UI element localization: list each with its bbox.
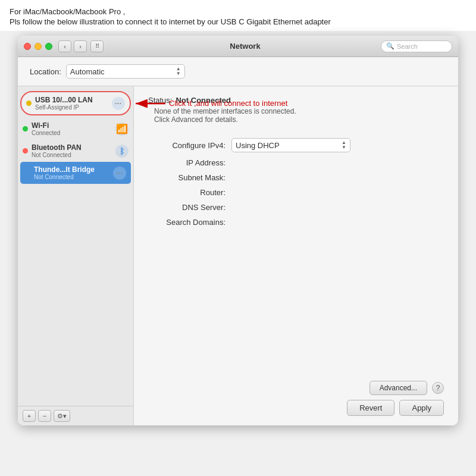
usb-item-info: USB 10/...00 LAN Self-Assigned IP (35, 96, 112, 111)
grid-button[interactable]: ⠿ (90, 40, 104, 52)
status-desc-1: None of the member interfaces is connect… (154, 107, 444, 115)
status-description: None of the member interfaces is connect… (154, 107, 444, 124)
dns-label: DNS Server: (148, 203, 226, 212)
router-label: Router: (148, 188, 226, 197)
wifi-symbol: 📶 (116, 123, 128, 134)
help-button[interactable]: ? (432, 382, 444, 394)
thunderbolt-item-status: Not Connected (34, 174, 113, 180)
router-row: Router: (148, 188, 444, 197)
search-box[interactable]: 🔍 Search (381, 40, 452, 52)
config-ipv4-value: Using DHCP (236, 141, 280, 150)
remove-button[interactable]: − (38, 410, 51, 422)
status-row: Status: Not Connected (148, 96, 444, 105)
main-content: Location: Automatic ▲ ▼ (18, 57, 458, 425)
location-label: Location: (30, 67, 61, 76)
action-row: Revert Apply (347, 400, 444, 416)
sidebar-item-usb-lan[interactable]: USB 10/...00 LAN Self-Assigned IP ••• (20, 91, 131, 115)
minimize-button[interactable] (35, 43, 42, 50)
config-section: Configure IPv4: Using DHCP ▲ ▼ IP Addres… (148, 138, 444, 233)
bluetooth-status-dot (23, 148, 28, 154)
network-window: ‹ › ⠿ Network 🔍 Search Location: Automat… (18, 36, 458, 425)
wifi-icon: 📶 (115, 123, 129, 136)
thunderbolt-item-info: Thunde...lt Bridge Not Connected (34, 165, 113, 180)
nav-buttons: ‹ › (58, 40, 87, 52)
bluetooth-item-status: Not Connected (32, 152, 115, 158)
wifi-item-name: Wi-Fi (32, 121, 115, 130)
dots-icon: ••• (115, 101, 121, 106)
status-value: Not Connected (176, 96, 230, 105)
search-placeholder: Search (397, 43, 418, 50)
search-icon: 🔍 (386, 42, 394, 50)
ip-label: IP Address: (148, 158, 226, 167)
search-domains-label: Search Domains: (148, 218, 226, 227)
revert-button[interactable]: Revert (347, 400, 394, 416)
sidebar-footer: + − ⚙▾ (18, 406, 133, 425)
usb-item-container: USB 10/...00 LAN Self-Assigned IP ••• (18, 91, 133, 115)
usb-item-name: USB 10/...00 LAN (35, 96, 112, 104)
sidebar-items: USB 10/...00 LAN Self-Assigned IP ••• (18, 86, 133, 406)
wifi-item-info: Wi-Fi Connected (32, 121, 115, 136)
title-bar: ‹ › ⠿ Network 🔍 Search (18, 36, 458, 57)
thunderbolt-icon: ••• (113, 167, 126, 180)
right-panel: Status: Not Connected None of the member… (134, 86, 458, 425)
sidebar-item-wifi[interactable]: Wi-Fi Connected 📶 (18, 118, 133, 140)
gear-button[interactable]: ⚙▾ (54, 410, 70, 422)
usb-status-dot (26, 101, 32, 106)
search-domains-row: Search Domains: (148, 218, 444, 227)
back-button[interactable]: ‹ (58, 40, 71, 52)
advanced-row: Advanced... ? (369, 381, 444, 395)
status-label: Status: (148, 96, 172, 105)
wifi-item-status: Connected (32, 130, 115, 136)
bt-symbol: ᛒ (120, 146, 124, 156)
thunderbolt-item-name: Thunde...lt Bridge (34, 165, 113, 174)
status-desc-2: Click Advanced for details. (154, 115, 444, 124)
bluetooth-icon: ᛒ (115, 145, 129, 158)
instruction-line2: Pls follow the below illustration to con… (10, 17, 466, 26)
subnet-mask-row: Subnet Mask: (148, 173, 444, 182)
instruction-area: For iMac/Macbook/Macbook Pro , Pls follo… (0, 0, 476, 31)
usb-item-status: Self-Assigned IP (35, 104, 112, 111)
apply-button[interactable]: Apply (399, 400, 444, 416)
wifi-status-dot (23, 126, 28, 131)
forward-button[interactable]: › (74, 40, 87, 52)
close-button[interactable] (24, 43, 31, 50)
instruction-line1: For iMac/Macbook/Macbook Pro , (10, 7, 466, 16)
location-value: Automatic (70, 67, 105, 76)
thunderbolt-status-dot (25, 170, 30, 176)
thunderbolt-dots-icon: ••• (116, 170, 123, 176)
location-stepper-icon: ▲ ▼ (176, 67, 181, 76)
sidebar-item-bluetooth[interactable]: Bluetooth PAN Not Connected ᛒ (18, 140, 133, 162)
location-bar: Location: Automatic ▲ ▼ (18, 57, 458, 86)
ip-address-row: IP Address: (148, 158, 444, 167)
add-button[interactable]: + (23, 410, 36, 422)
ipv4-stepper-icon: ▲ ▼ (342, 140, 346, 150)
traffic-lights (24, 43, 52, 50)
sidebar: USB 10/...00 LAN Self-Assigned IP ••• (18, 86, 134, 425)
window-title: Network (109, 42, 381, 51)
body-layout: USB 10/...00 LAN Self-Assigned IP ••• (18, 86, 458, 425)
advanced-button[interactable]: Advanced... (369, 381, 427, 395)
subnet-label: Subnet Mask: (148, 173, 226, 182)
bluetooth-item-info: Bluetooth PAN Not Connected (32, 143, 115, 158)
bluetooth-item-name: Bluetooth PAN (32, 143, 115, 152)
dns-row: DNS Server: (148, 203, 444, 212)
config-ipv4-label: Configure IPv4: (148, 141, 226, 150)
status-section: Status: Not Connected None of the member… (148, 96, 444, 124)
config-ipv4-select[interactable]: Using DHCP ▲ ▼ (231, 138, 350, 152)
location-select[interactable]: Automatic ▲ ▼ (66, 64, 185, 79)
usb-item-icon: ••• (112, 97, 125, 110)
config-ipv4-row: Configure IPv4: Using DHCP ▲ ▼ (148, 138, 444, 152)
maximize-button[interactable] (45, 43, 52, 50)
sidebar-item-thunderbolt[interactable]: Thunde...lt Bridge Not Connected ••• (20, 162, 131, 184)
bottom-buttons: Advanced... ? Revert Apply (148, 381, 444, 416)
